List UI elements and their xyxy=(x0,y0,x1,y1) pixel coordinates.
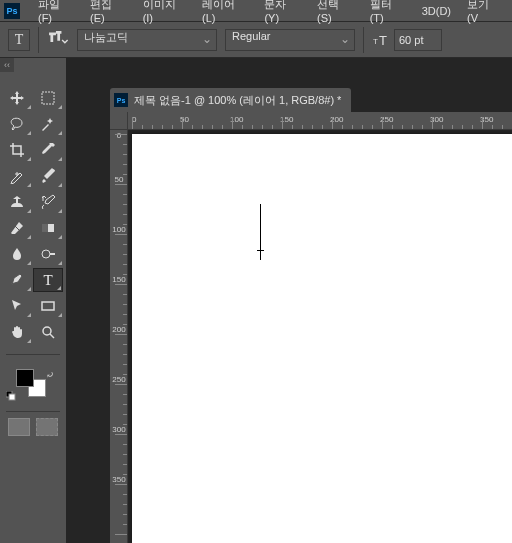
ruler-horizontal[interactable]: 0 50 100 150 200 250 300 350 xyxy=(128,112,512,130)
menu-view[interactable]: 보기(V xyxy=(459,0,508,24)
menu-edit[interactable]: 편집(E) xyxy=(82,0,135,24)
ruler-tick: 150 xyxy=(112,276,126,283)
rectangle-tool[interactable] xyxy=(33,294,63,318)
font-style-value: Regular xyxy=(232,30,271,42)
path-select-tool[interactable] xyxy=(2,294,32,318)
pen-tool[interactable] xyxy=(2,268,32,292)
move-tool[interactable] xyxy=(2,86,32,110)
toolbox: T ⤾ xyxy=(0,82,66,440)
brush-tool[interactable] xyxy=(33,164,63,188)
menu-image[interactable]: 이미지(I) xyxy=(135,0,194,24)
menu-select[interactable]: 선택(S) xyxy=(309,0,362,24)
menu-3d[interactable]: 3D(D) xyxy=(414,5,459,17)
eraser-tool[interactable] xyxy=(2,216,32,240)
healing-brush-tool[interactable] xyxy=(2,164,32,188)
clone-stamp-tool[interactable] xyxy=(2,190,32,214)
ruler-corner[interactable] xyxy=(110,112,128,130)
options-bar: T 나눔고딕 Regular TT 60 pt xyxy=(0,22,512,58)
default-colors-button[interactable] xyxy=(6,387,16,397)
ruler-tick: 350 xyxy=(112,476,126,483)
svg-point-7 xyxy=(43,327,51,335)
eyedropper-tool[interactable] xyxy=(33,138,63,162)
canvas-viewport[interactable] xyxy=(128,130,512,543)
color-swatches: ⤾ xyxy=(2,369,64,405)
text-insertion-cursor xyxy=(260,204,261,260)
ruler-tick: 200 xyxy=(112,326,126,333)
separator xyxy=(363,27,364,53)
blur-tool[interactable] xyxy=(2,242,32,266)
menu-layer[interactable]: 레이어(L) xyxy=(194,0,256,24)
svg-rect-2 xyxy=(42,92,54,104)
svg-rect-9 xyxy=(9,394,15,400)
crop-tool[interactable] xyxy=(2,138,32,162)
text-orientation-icon xyxy=(47,29,69,51)
font-size-value: 60 pt xyxy=(399,34,423,46)
zoom-tool[interactable] xyxy=(33,320,63,344)
lasso-tool[interactable] xyxy=(2,112,32,136)
hand-tool[interactable] xyxy=(2,320,32,344)
canvas-area: 0 50 100 150 200 250 300 350 0 50 100 15… xyxy=(110,112,512,543)
document-icon: Ps xyxy=(114,93,128,107)
magic-wand-tool[interactable] xyxy=(33,112,63,136)
swap-colors-button[interactable]: ⤾ xyxy=(46,369,54,380)
menu-filter[interactable]: 필터(T) xyxy=(362,0,414,24)
quick-mask-button[interactable] xyxy=(36,418,58,436)
svg-rect-4 xyxy=(42,224,48,232)
svg-text:T: T xyxy=(379,33,387,48)
font-size-input[interactable]: 60 pt xyxy=(394,29,442,51)
marquee-tool[interactable] xyxy=(33,86,63,110)
svg-text:T: T xyxy=(373,37,378,46)
text-orientation-button[interactable] xyxy=(47,29,69,51)
canvas-page[interactable] xyxy=(132,134,512,543)
history-brush-tool[interactable] xyxy=(33,190,63,214)
ruler-tick: 250 xyxy=(112,376,126,383)
gradient-tool[interactable] xyxy=(33,216,63,240)
font-size-group: TT 60 pt xyxy=(372,29,442,51)
workspace: Ps 제목 없음-1 @ 100% (레이어 1, RGB/8#) * 0 50… xyxy=(66,58,512,543)
separator xyxy=(38,27,39,53)
svg-rect-6 xyxy=(42,302,54,310)
ruler-tick: 300 xyxy=(112,426,126,433)
quick-mask-row xyxy=(2,418,64,436)
svg-point-5 xyxy=(42,250,50,258)
ruler-tick: 100 xyxy=(112,226,126,233)
menu-type[interactable]: 문자(Y) xyxy=(256,0,309,24)
ruler-vertical[interactable]: 0 50 100 150 200 250 300 350 xyxy=(110,130,128,543)
document-title: 제목 없음-1 @ 100% (레이어 1, RGB/8#) * xyxy=(134,93,341,108)
menu-file[interactable]: 파일(F) xyxy=(30,0,82,24)
menu-bar: Ps 파일(F) 편집(E) 이미지(I) 레이어(L) 문자(Y) 선택(S)… xyxy=(0,0,512,22)
collapse-panels-button[interactable]: ‹‹ xyxy=(0,58,14,72)
font-family-select[interactable]: 나눔고딕 xyxy=(77,29,217,51)
app-logo: Ps xyxy=(4,3,20,19)
ruler-tick: 50 xyxy=(112,176,126,183)
font-family-value: 나눔고딕 xyxy=(84,31,128,43)
standard-mode-button[interactable] xyxy=(8,418,30,436)
foreground-color[interactable] xyxy=(16,369,34,387)
dodge-tool[interactable] xyxy=(33,242,63,266)
type-tool[interactable]: T xyxy=(33,268,63,292)
font-size-icon: TT xyxy=(372,31,390,49)
current-tool-indicator[interactable]: T xyxy=(8,29,30,51)
font-style-select[interactable]: Regular xyxy=(225,29,355,51)
document-tab[interactable]: Ps 제목 없음-1 @ 100% (레이어 1, RGB/8#) * xyxy=(110,88,351,112)
